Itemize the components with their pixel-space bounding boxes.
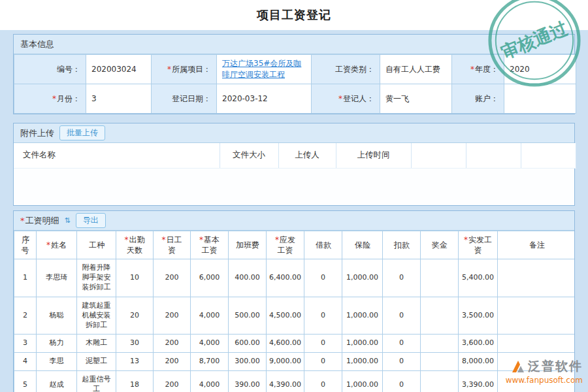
cell-payable-wage: 9,000.00 xyxy=(267,353,304,371)
sort-icon[interactable]: ⇅ xyxy=(65,216,71,225)
cell-base-wage: 4,000 xyxy=(191,297,229,335)
wage-table: 序号 *姓名 工种 *出勤天数 *日工资 *基本工资 加班费 *应发工资 借款 … xyxy=(14,231,575,392)
attachments-title: 附件上传 xyxy=(20,127,54,139)
cell-overtime-pay: 400.00 xyxy=(229,259,267,297)
cell-insurance: 1,000.00 xyxy=(342,371,383,392)
wage-detail-header: *工资明细 ⇅ 导出 xyxy=(14,211,574,231)
col-file-name: 文件名称 xyxy=(14,143,220,168)
field-value-project: 万达广场35#会所及咖啡厅空调安装工程 xyxy=(217,55,312,84)
col-payable-wage: *应发工资 xyxy=(267,231,304,259)
cell-insurance: 1,000.00 xyxy=(342,335,383,353)
cell-net-wage: 5,400.00 xyxy=(459,259,498,297)
cell-bonus xyxy=(421,371,459,392)
required-star: * xyxy=(20,216,25,225)
cell-index: 3 xyxy=(14,335,37,353)
cell-overtime-pay: 600.00 xyxy=(229,335,267,353)
cell-worktype: 泥塑工 xyxy=(77,353,116,371)
field-label-number: 编号： xyxy=(14,55,86,84)
cell-loan: 0 xyxy=(304,353,342,371)
wage-detail-title: *工资明细 xyxy=(20,215,59,227)
cell-base-wage: 4,000 xyxy=(191,371,229,392)
basic-info-row-1: 编号： 202003024 *所属项目： 万达广场35#会所及咖啡厅空调安装工程… xyxy=(14,55,576,84)
cell-attendance-days: 10 xyxy=(116,259,154,297)
cell-bonus xyxy=(421,335,459,353)
cell-base-wage: 4,000 xyxy=(191,335,229,353)
cell-name: 杨力 xyxy=(37,335,77,353)
cell-daily-wage: 200 xyxy=(154,353,191,371)
project-link[interactable]: 万达广场35#会所及咖啡厅空调安装工程 xyxy=(222,59,301,79)
field-label-account: 账户： xyxy=(452,84,504,114)
wage-table-header-row: 序号 *姓名 工种 *出勤天数 *日工资 *基本工资 加班费 *应发工资 借款 … xyxy=(14,231,576,259)
cell-insurance: 1,000.00 xyxy=(342,259,383,297)
cell-loan: 0 xyxy=(304,335,342,353)
cell-net-wage: 3,500.00 xyxy=(459,297,498,335)
col-empty xyxy=(411,143,466,168)
col-empty xyxy=(466,143,521,168)
field-label-month: *月份： xyxy=(14,84,86,114)
field-label-year: *年度： xyxy=(452,55,504,84)
field-label-registrar: *登记人： xyxy=(312,84,380,114)
cell-overtime-pay: 500.00 xyxy=(229,297,267,335)
col-name: *姓名 xyxy=(37,231,77,259)
col-upload-time: 上传时间 xyxy=(336,143,411,168)
cell-remark xyxy=(498,259,576,297)
cell-name: 赵成 xyxy=(37,371,77,392)
cell-index: 2 xyxy=(14,297,37,335)
col-base-wage: *基本工资 xyxy=(191,231,229,259)
vendor-logo: 泛普软件 www.fanpusoft.com xyxy=(506,358,583,385)
cell-attendance-days: 20 xyxy=(116,297,154,335)
cell-payable-wage: 4,390.00 xyxy=(267,371,304,392)
cell-bonus xyxy=(421,259,459,297)
cell-daily-wage: 200 xyxy=(154,335,191,353)
vendor-name: 泛普软件 xyxy=(528,358,583,375)
col-attendance-days: *出勤天数 xyxy=(116,231,154,259)
cell-payable-wage: 4,600.00 xyxy=(267,335,304,353)
col-overtime-pay: 加班费 xyxy=(229,231,267,259)
basic-info-form: 编号： 202003024 *所属项目： 万达广场35#会所及咖啡厅空调安装工程… xyxy=(14,54,576,114)
required-star: * xyxy=(470,65,474,74)
attachments-empty-area xyxy=(14,169,574,205)
cell-loan: 0 xyxy=(304,371,342,392)
col-empty xyxy=(521,143,576,168)
cell-index: 1 xyxy=(14,259,37,297)
col-uploader: 上传人 xyxy=(278,143,336,168)
col-insurance: 保险 xyxy=(342,231,383,259)
cell-payable-wage: 4,500.00 xyxy=(267,297,304,335)
col-deduction: 扣款 xyxy=(383,231,421,259)
cell-deduction: 0 xyxy=(383,353,421,371)
attachments-section: 附件上传 批量上传 文件名称 文件大小 上传人 上传时间 xyxy=(13,123,575,206)
cell-base-wage: 6,000 xyxy=(191,259,229,297)
cell-index: 5 xyxy=(14,371,37,392)
cell-loan: 0 xyxy=(304,259,342,297)
cell-deduction: 0 xyxy=(383,371,421,392)
cell-worktype: 木雕工 xyxy=(77,335,116,353)
cell-worktype: 附着升降脚手架安装拆卸工 xyxy=(77,259,116,297)
attachments-table: 文件名称 文件大小 上传人 上传时间 xyxy=(14,143,576,169)
cell-overtime-pay: 390.00 xyxy=(229,371,267,392)
cell-net-wage: 3,600.00 xyxy=(459,335,498,353)
basic-info-header: 基本信息 xyxy=(14,35,574,54)
cell-net-wage: 3,390.00 xyxy=(459,371,498,392)
field-value-wage-category: 自有工人人工费 xyxy=(380,55,452,84)
cell-daily-wage: 200 xyxy=(154,297,191,335)
batch-upload-button[interactable]: 批量上传 xyxy=(59,125,105,140)
cell-overtime-pay: 300.00 xyxy=(229,353,267,371)
field-label-wage-category: 工资类别： xyxy=(312,55,380,84)
cell-bonus xyxy=(421,353,459,371)
wage-row: 1 李思琦 附着升降脚手架安装拆卸工 10 200 6,000 400.00 6… xyxy=(14,259,576,297)
field-value-account xyxy=(504,84,576,114)
cell-daily-wage: 200 xyxy=(154,371,191,392)
col-net-wage: *实发工资 xyxy=(459,231,498,259)
export-button[interactable]: 导出 xyxy=(76,213,106,228)
col-index: 序号 xyxy=(14,231,37,259)
required-star: * xyxy=(338,94,342,103)
title-bar: 项目工资登记 xyxy=(0,0,588,30)
cell-deduction: 0 xyxy=(383,259,421,297)
vendor-logo-icon xyxy=(511,359,525,374)
basic-info-section: 基本信息 编号： 202003024 *所属项目： 万达广场35#会所及咖啡厅空… xyxy=(13,34,575,114)
field-value-month: 3 xyxy=(86,84,152,114)
cell-name: 李思 xyxy=(37,353,77,371)
cell-remark xyxy=(498,297,576,335)
cell-bonus xyxy=(421,297,459,335)
cell-attendance-days: 30 xyxy=(116,335,154,353)
